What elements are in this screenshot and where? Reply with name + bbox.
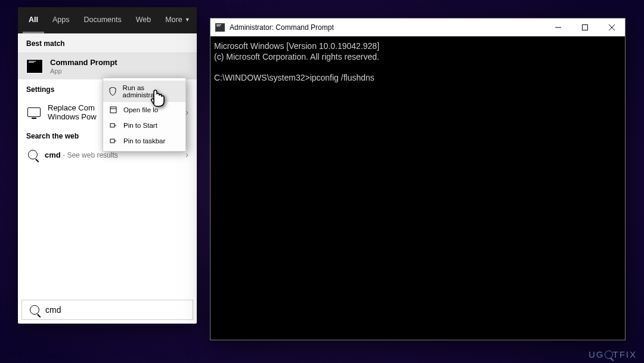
search-icon <box>28 150 38 159</box>
folder-icon <box>109 106 117 114</box>
window-title: Administrator: Command Prompt <box>230 23 544 32</box>
chevron-down-icon: ▼ <box>185 17 190 23</box>
minimize-button[interactable] <box>544 19 571 36</box>
monitor-icon <box>27 107 41 117</box>
shield-icon <box>109 87 117 96</box>
svg-rect-2 <box>110 124 114 127</box>
terminal-output[interactable]: Microsoft Windows [Version 10.0.19042.92… <box>210 36 625 340</box>
ctx-run-as-administrator[interactable]: Run as administrator <box>103 81 185 102</box>
command-prompt-window: Administrator: Command Prompt Microsoft … <box>210 18 626 340</box>
search-icon <box>30 305 39 315</box>
search-tabs: All Apps Documents Web More▼ <box>18 7 197 33</box>
pin-taskbar-icon <box>109 137 117 145</box>
ctx-open-file-location[interactable]: Open file lo <box>103 102 185 118</box>
tab-documents[interactable]: Documents <box>78 7 127 33</box>
result-title: Command Prompt <box>50 58 188 67</box>
pin-icon <box>109 121 117 130</box>
result-subtitle: App <box>50 67 188 75</box>
chevron-right-icon: › <box>185 150 188 159</box>
svg-rect-0 <box>110 107 116 113</box>
close-button[interactable] <box>598 19 625 36</box>
cmd-icon <box>215 23 225 32</box>
web-query: cmd <box>45 150 61 159</box>
titlebar[interactable]: Administrator: Command Prompt <box>210 19 625 36</box>
start-search-panel: All Apps Documents Web More▼ Best match … <box>18 7 197 324</box>
tab-apps[interactable]: Apps <box>47 7 76 33</box>
tab-web[interactable]: Web <box>130 7 157 33</box>
tab-more[interactable]: More▼ <box>159 7 196 33</box>
search-input[interactable] <box>45 305 187 315</box>
tab-all[interactable]: All <box>23 7 44 33</box>
search-results: Best match Command Prompt App Settings R… <box>18 33 197 296</box>
search-bar[interactable] <box>21 300 193 320</box>
maximize-button[interactable] <box>571 19 598 36</box>
section-best-match: Best match <box>18 33 197 53</box>
cursor-pointer-icon <box>149 86 167 107</box>
ctx-pin-to-start[interactable]: Pin to Start <box>103 118 185 133</box>
context-menu: Run as administrator Open file lo Pin to… <box>103 78 186 152</box>
result-command-prompt[interactable]: Command Prompt App <box>18 53 197 79</box>
ctx-label: Pin to taskbar <box>123 137 165 144</box>
ctx-pin-to-taskbar[interactable]: Pin to taskbar <box>103 133 185 149</box>
magnifier-e-icon <box>605 350 613 359</box>
web-hint: - See web results <box>61 151 118 159</box>
svg-rect-7 <box>582 24 587 30</box>
ctx-label: Pin to Start <box>123 122 157 129</box>
svg-rect-4 <box>110 139 114 143</box>
command-prompt-icon <box>26 59 43 73</box>
chevron-right-icon: › <box>185 107 188 117</box>
watermark: UGTFIX <box>589 349 637 359</box>
